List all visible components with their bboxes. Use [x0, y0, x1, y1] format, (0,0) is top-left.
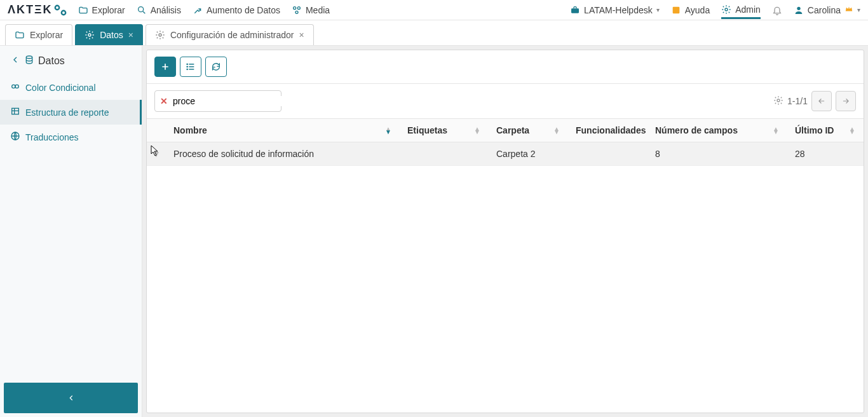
nav-label: Media — [306, 5, 330, 15]
gear-icon — [155, 30, 165, 40]
sort-icon: ▲▼ — [773, 127, 779, 133]
user-name: Carolina — [808, 5, 841, 15]
th-numero-campos[interactable]: Número de campos ▲▼ — [648, 119, 787, 142]
help-icon — [671, 5, 681, 15]
svg-point-1 — [61, 10, 65, 14]
nav-label: Explorar — [92, 5, 125, 15]
color-icon — [10, 81, 20, 93]
table-header: Nombre ▲▼ Etiquetas ▲▼ Carpeta ▲▼ Funcio… — [147, 119, 864, 142]
cell-carpeta: Carpeta 2 — [489, 142, 568, 165]
svg-point-11 — [159, 34, 161, 36]
sidebar-item-color-condicional[interactable]: Color Condicional — [0, 75, 142, 100]
folder-icon — [15, 30, 25, 40]
user-menu[interactable]: Carolina ▾ — [794, 4, 860, 15]
svg-point-19 — [187, 69, 187, 69]
crown-icon — [844, 4, 853, 15]
nav-media[interactable]: Media — [292, 5, 330, 15]
sidebar-item-label: Traducciones — [25, 132, 79, 142]
svg-point-5 — [295, 11, 298, 13]
back-arrow-icon[interactable] — [10, 55, 20, 67]
sidebar-collapse-button[interactable] — [4, 383, 138, 413]
refresh-button[interactable] — [205, 57, 227, 77]
workspace-selector[interactable]: LATAM-Helpdesk ▾ — [570, 5, 660, 15]
sidebar: Datos Color Condicional Estructura de re… — [0, 46, 142, 417]
database-icon — [24, 55, 34, 67]
pager-text: 1-1/1 — [787, 96, 808, 106]
th-carpeta[interactable]: Carpeta ▲▼ — [489, 119, 568, 142]
tab-close-button[interactable]: × — [299, 30, 304, 40]
sidebar-header: Datos — [0, 46, 142, 75]
nav-analisis[interactable]: Análisis — [137, 5, 181, 15]
toolbar — [147, 50, 864, 84]
view-tabs: Explorar Datos × Configuración de admini… — [0, 20, 868, 46]
sidebar-item-traducciones[interactable]: Traducciones — [0, 125, 142, 149]
pager-prev-button[interactable] — [811, 91, 832, 111]
svg-point-20 — [777, 99, 780, 102]
sidebar-item-label: Color Condicional — [25, 83, 96, 93]
svg-point-4 — [297, 6, 300, 9]
cell-funcionalidades — [568, 147, 648, 160]
sort-icon: ▲▼ — [474, 127, 480, 133]
sort-icon: ▲▼ — [553, 127, 560, 133]
bell-icon — [772, 5, 782, 15]
nav-label: Aumento de Datos — [207, 5, 280, 15]
svg-point-18 — [187, 66, 187, 67]
magnifier-icon — [137, 5, 147, 15]
list-button[interactable] — [180, 57, 201, 77]
gear-icon[interactable] — [773, 95, 783, 107]
tab-explorar[interactable]: Explorar — [5, 24, 72, 45]
th-label: Carpeta — [496, 125, 529, 135]
folder-icon — [78, 5, 88, 15]
th-label: Número de campos — [655, 125, 738, 135]
svg-point-9 — [797, 6, 800, 10]
workspace-label: LATAM-Helpdesk — [584, 5, 653, 15]
svg-point-14 — [15, 85, 18, 88]
main-layout: Datos Color Condicional Estructura de re… — [0, 46, 868, 417]
pager-next-button[interactable] — [836, 91, 856, 111]
th-expand — [147, 119, 166, 142]
th-label: Nombre — [173, 125, 207, 135]
primary-nav: Explorar Análisis Aumento de Datos Media — [78, 5, 571, 15]
clear-search-icon[interactable]: ✕ — [160, 96, 168, 106]
admin-link[interactable]: Admin — [721, 4, 761, 19]
globe-icon — [10, 131, 20, 143]
svg-point-2 — [138, 6, 143, 11]
sidebar-item-estructura-reporte[interactable]: Estructura de reporte — [0, 100, 142, 125]
table-row[interactable]: ▼ Proceso de solicitud de información Ca… — [147, 142, 864, 166]
gear-icon — [85, 30, 95, 40]
th-ultimo-id[interactable]: Último ID ▲▼ — [787, 119, 864, 142]
svg-point-17 — [187, 64, 187, 64]
th-funcionalidades[interactable]: Funcionalidades — [568, 119, 648, 142]
th-label: Etiquetas — [407, 125, 447, 135]
cell-etiquetas — [400, 147, 489, 160]
help-label: Ayuda — [685, 5, 710, 15]
briefcase-icon — [570, 5, 580, 15]
chevron-down-icon: ▾ — [656, 6, 660, 13]
sidebar-item-label: Estructura de reporte — [25, 107, 109, 118]
chevron-down-icon: ▾ — [857, 6, 860, 13]
tab-label: Configuración de administrador — [170, 30, 294, 40]
tab-datos[interactable]: Datos × — [75, 24, 143, 45]
search-input[interactable] — [173, 96, 284, 106]
nav-explorar[interactable]: Explorar — [78, 5, 125, 15]
help-link[interactable]: Ayuda — [671, 5, 710, 15]
content-area: ✕ 1-1/1 — [142, 46, 868, 417]
sidebar-title: Datos — [38, 55, 65, 67]
th-nombre[interactable]: Nombre ▲▼ — [166, 119, 400, 142]
nav-label: Análisis — [151, 5, 181, 15]
content-panel: ✕ 1-1/1 — [146, 50, 864, 413]
th-etiquetas[interactable]: Etiquetas ▲▼ — [400, 119, 489, 142]
notifications-button[interactable] — [772, 5, 782, 15]
top-navigation-bar: ΛKTΞK Explorar Análisis Aumento de Datos… — [0, 0, 868, 20]
tab-config-admin[interactable]: Configuración de administrador × — [146, 24, 314, 45]
pager: 1-1/1 — [773, 91, 856, 111]
tab-label: Datos — [100, 30, 123, 40]
nav-aumento-datos[interactable]: Aumento de Datos — [193, 5, 280, 15]
add-button[interactable] — [154, 57, 176, 77]
tab-close-button[interactable]: × — [128, 30, 133, 40]
sidebar-items: Color Condicional Estructura de reporte … — [0, 75, 142, 379]
svg-point-12 — [26, 56, 32, 58]
search-box: ✕ — [154, 90, 281, 112]
arrow-up-right-icon — [193, 5, 203, 15]
row-expand-caret-icon[interactable]: ▼ — [147, 149, 166, 159]
